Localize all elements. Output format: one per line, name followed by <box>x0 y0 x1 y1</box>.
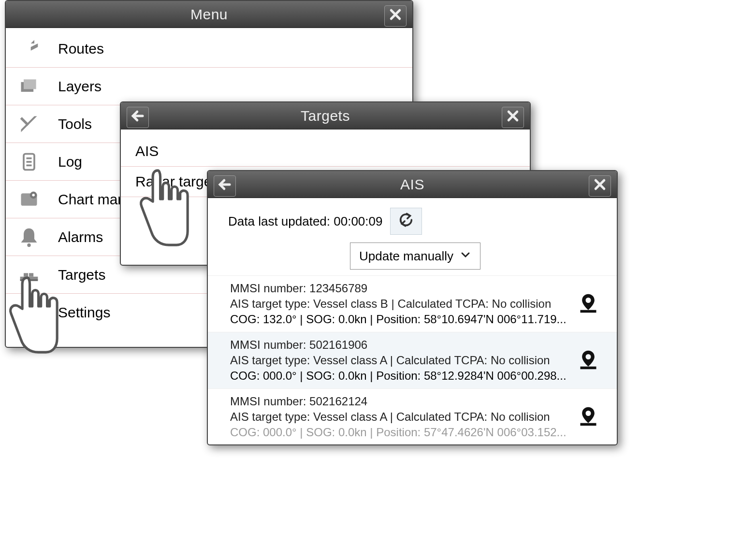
map-pin-icon <box>578 292 599 315</box>
menu-item-routes[interactable]: Routes <box>6 30 412 68</box>
targets-titlebar: Targets <box>121 102 530 129</box>
routes-icon <box>16 36 42 61</box>
ais-close-button[interactable] <box>589 175 611 197</box>
refresh-icon <box>398 212 414 231</box>
targets-item-ais[interactable]: AIS <box>121 136 530 167</box>
ais-row-line3: COG: 132.0° | SOG: 0.0kn | Position: 58°… <box>230 312 577 327</box>
svg-rect-14 <box>29 273 33 276</box>
ais-row-line1: MMSI number: 123456789 <box>230 281 577 296</box>
locate-on-map-button[interactable] <box>577 349 599 372</box>
back-arrow-icon <box>131 109 145 127</box>
svg-point-18 <box>25 308 28 312</box>
targets-item-label: AIS <box>135 143 159 159</box>
close-icon <box>593 177 607 195</box>
svg-rect-3 <box>24 79 36 89</box>
menu-item-label: Log <box>58 154 82 170</box>
svg-rect-13 <box>24 273 28 276</box>
chart-management-icon <box>16 187 42 212</box>
alarms-icon <box>16 225 42 250</box>
ais-target-text: MMSI number: 502161906 AIS target type: … <box>230 337 577 384</box>
log-icon <box>16 149 42 174</box>
locate-on-map-button[interactable] <box>577 293 599 315</box>
ais-back-button[interactable] <box>214 175 236 197</box>
menu-item-label: Targets <box>58 267 105 283</box>
menu-item-layers[interactable]: Layers <box>6 68 412 105</box>
dropdown-value: Update manually <box>359 249 453 264</box>
ais-row-line2: AIS target type: Vessel class B | Calcul… <box>230 296 577 312</box>
menu-title: Menu <box>6 6 412 23</box>
ais-row-line3: COG: 000.0° | SOG: 0.0kn | Position: 57°… <box>230 425 577 440</box>
map-pin-icon <box>578 349 599 372</box>
close-icon <box>506 109 520 127</box>
ais-titlebar: AIS <box>208 171 617 198</box>
ais-row-line1: MMSI number: 502161906 <box>230 337 577 353</box>
menu-titlebar: Menu <box>6 1 412 28</box>
update-mode-dropdown[interactable]: Update manually <box>350 243 480 270</box>
locate-on-map-button[interactable] <box>577 406 599 428</box>
ais-row-line2: AIS target type: Vessel class A | Calcul… <box>230 409 577 425</box>
layers-icon <box>16 74 42 99</box>
ais-target-text: MMSI number: 123456789 AIS target type: … <box>230 281 577 327</box>
menu-close-button[interactable] <box>384 5 407 27</box>
data-last-updated-label: Data last updated: 00:00:09 <box>228 214 382 229</box>
ais-target-row[interactable]: MMSI number: 123456789 AIS target type: … <box>208 275 617 332</box>
ais-target-list: MMSI number: 123456789 AIS target type: … <box>208 275 617 445</box>
targets-title: Targets <box>121 108 530 124</box>
close-icon <box>388 7 403 25</box>
targets-back-button[interactable] <box>127 107 149 128</box>
settings-icon <box>16 300 42 325</box>
menu-item-label: Settings <box>58 304 110 321</box>
ais-target-row[interactable]: MMSI number: 502162124 AIS target type: … <box>208 388 617 445</box>
targets-close-button[interactable] <box>502 107 524 128</box>
menu-item-label: Routes <box>58 41 104 57</box>
svg-rect-27 <box>581 367 596 370</box>
menu-item-label: Tools <box>58 116 92 132</box>
menu-item-label: Layers <box>58 78 102 95</box>
map-pin-icon <box>578 405 599 429</box>
ais-target-row[interactable]: MMSI number: 502161906 AIS target type: … <box>208 332 617 388</box>
svg-point-10 <box>32 194 35 197</box>
svg-rect-28 <box>581 423 596 426</box>
ais-row-line1: MMSI number: 502162124 <box>230 394 577 409</box>
ais-panel: AIS Data last updated: 00:00:09 Update m… <box>207 170 618 445</box>
chevron-down-icon <box>460 249 471 264</box>
ais-row-line3: COG: 000.0° | SOG: 0.0kn | Position: 58°… <box>230 368 577 384</box>
ais-row-line2: AIS target type: Vessel class A | Calcul… <box>230 353 577 368</box>
targets-icon <box>16 262 42 287</box>
ais-title: AIS <box>208 176 617 193</box>
svg-point-19 <box>31 314 34 318</box>
back-arrow-icon <box>218 177 232 195</box>
ais-target-text: MMSI number: 502162124 AIS target type: … <box>230 394 577 440</box>
refresh-button[interactable] <box>390 208 422 235</box>
svg-point-11 <box>27 243 30 246</box>
menu-item-label: Alarms <box>58 229 103 245</box>
tools-icon <box>16 112 42 137</box>
ais-controls: Data last updated: 00:00:09 Update manua… <box>208 198 617 275</box>
svg-rect-26 <box>581 310 596 313</box>
